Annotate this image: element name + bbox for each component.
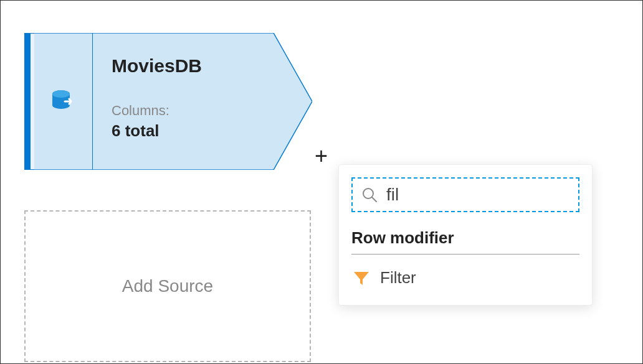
add-source-label: Add Source — [122, 276, 213, 296]
search-input[interactable] — [386, 185, 569, 205]
svg-point-2 — [52, 90, 70, 98]
transformation-popup: Row modifier Filter — [338, 164, 593, 306]
svg-marker-5 — [354, 272, 369, 285]
menu-item-label: Filter — [380, 268, 416, 287]
source-body: MoviesDB Columns: 6 total — [93, 33, 312, 170]
source-node[interactable]: MoviesDB Columns: 6 total — [24, 33, 312, 170]
search-box[interactable] — [351, 177, 579, 212]
source-columns-value: 6 total — [112, 121, 293, 141]
source-columns-label: Columns: — [112, 103, 293, 119]
section-header-row-modifier: Row modifier — [351, 228, 579, 254]
source-icon-column — [34, 33, 93, 170]
database-icon — [50, 88, 77, 115]
add-source-placeholder[interactable]: Add Source — [24, 210, 311, 362]
filter-icon — [353, 269, 370, 287]
add-transformation-button[interactable]: + — [315, 145, 328, 167]
menu-item-filter[interactable]: Filter — [351, 266, 579, 290]
search-icon — [361, 187, 378, 203]
source-title: MoviesDB — [112, 55, 293, 77]
svg-line-4 — [372, 197, 376, 202]
source-accent-bar — [24, 33, 31, 170]
dataflow-canvas: MoviesDB Columns: 6 total + Add Source R… — [1, 1, 642, 363]
